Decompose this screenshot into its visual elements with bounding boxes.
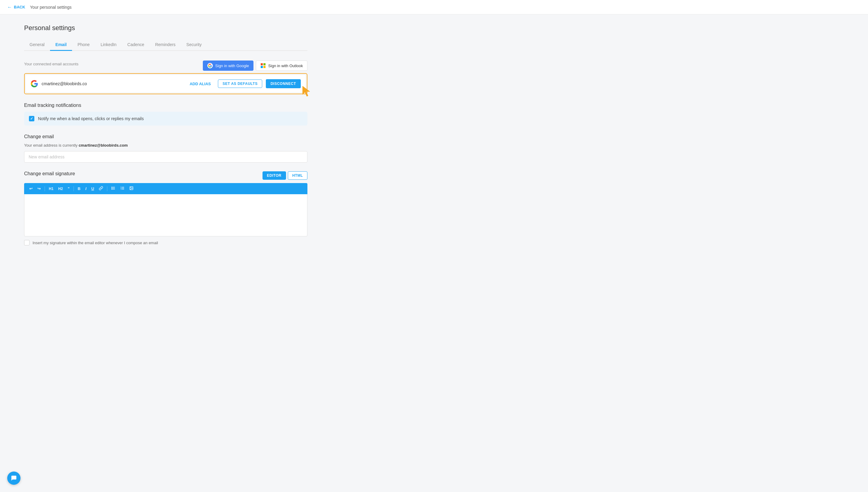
svg-rect-3 <box>263 66 265 68</box>
toolbar-sep-3 <box>107 187 107 191</box>
change-email-desc: Your email address is currently cmartine… <box>24 143 307 148</box>
tracking-section-title: Email tracking notifications <box>24 103 307 108</box>
back-link[interactable]: ← BACK <box>7 4 25 10</box>
set-defaults-button[interactable]: SET AS DEFAULTS <box>218 79 262 88</box>
orange-cursor <box>300 85 312 98</box>
undo-button[interactable]: ↩ <box>28 186 34 192</box>
svg-point-9 <box>112 188 112 189</box>
ordered-list-button[interactable]: 1 2 3 <box>119 186 126 192</box>
sign-in-google-label: Sign in with Google <box>215 64 249 68</box>
current-email: cmartinez@bloobirds.com <box>79 143 128 148</box>
tab-linkedin[interactable]: LinkedIn <box>95 39 122 51</box>
svg-marker-4 <box>303 86 310 96</box>
insert-signature-checkbox[interactable] <box>24 240 29 245</box>
svg-point-8 <box>112 187 112 188</box>
insert-signature-row: Insert my signature within the email edi… <box>24 240 307 245</box>
svg-rect-2 <box>261 66 263 68</box>
redo-button[interactable]: ↪ <box>36 186 42 192</box>
image-button[interactable] <box>128 186 135 192</box>
tab-phone[interactable]: Phone <box>72 39 95 51</box>
svg-point-10 <box>112 189 112 190</box>
html-toggle-button[interactable]: HTML <box>288 171 307 180</box>
tracking-checkbox[interactable] <box>29 116 34 121</box>
insert-signature-label: Insert my signature within the email edi… <box>32 241 158 245</box>
editor-toolbar: ↩ ↪ H1 H2 " B I U <box>24 183 307 194</box>
add-alias-button[interactable]: ADD ALIAS <box>186 80 214 88</box>
top-bar: ← BACK Your personal settings <box>0 0 868 15</box>
page-title-bar: Your personal settings <box>30 5 72 10</box>
h1-button[interactable]: H1 <box>47 186 55 192</box>
tab-email[interactable]: Email <box>50 39 72 51</box>
account-row-container: cmartinez@bloobirds.co ADD ALIAS SET AS … <box>24 73 307 94</box>
change-email-title: Change email <box>24 134 307 140</box>
svg-point-18 <box>131 187 131 188</box>
italic-button[interactable]: I <box>84 186 88 192</box>
account-email: cmartinez@bloobirds.co <box>42 81 182 86</box>
new-email-input[interactable] <box>24 151 307 163</box>
disconnect-button[interactable]: DISCONNECT <box>266 79 301 88</box>
back-label: BACK <box>14 5 25 9</box>
editor-body[interactable] <box>24 194 307 236</box>
sign-in-google-button[interactable]: Sign in with Google <box>203 60 254 71</box>
toolbar-sep-1 <box>45 187 45 191</box>
signature-toggle-buttons: EDITOR HTML <box>262 171 307 180</box>
signature-section-title: Change email signature <box>24 171 75 176</box>
connected-accounts-label: Your connected email accounts <box>24 62 78 66</box>
tab-general[interactable]: General <box>24 39 50 51</box>
notification-box: Notify me when a lead opens, clicks or r… <box>24 112 307 126</box>
underline-button[interactable]: U <box>90 186 96 192</box>
toolbar-sep-2 <box>73 187 74 191</box>
outlook-icon <box>260 63 266 68</box>
connected-accounts-header: Your connected email accounts Sign in wi… <box>24 60 307 71</box>
svg-rect-0 <box>261 63 263 65</box>
svg-text:3: 3 <box>121 189 121 190</box>
tabs-nav: General Email Phone LinkedIn Cadence Rem… <box>24 39 307 51</box>
sign-in-outlook-label: Sign in with Outlook <box>268 64 303 68</box>
google-g-icon <box>207 63 213 68</box>
blockquote-button[interactable]: " <box>66 186 71 192</box>
change-email-section: Change email Your email address is curre… <box>24 134 307 163</box>
signature-header: Change email signature EDITOR HTML <box>24 171 307 180</box>
account-google-icon <box>31 80 38 87</box>
link-button[interactable] <box>97 186 104 192</box>
svg-rect-1 <box>263 63 265 65</box>
editor-toggle-button[interactable]: EDITOR <box>262 171 286 180</box>
account-row: cmartinez@bloobirds.co ADD ALIAS SET AS … <box>26 75 306 93</box>
content-area: Personal settings General Email Phone Li… <box>0 15 331 264</box>
sign-in-buttons: Sign in with Google Sign in with Outlook <box>203 60 307 71</box>
bold-button[interactable]: B <box>76 186 82 192</box>
page-heading: Personal settings <box>24 24 307 32</box>
email-tracking-section: Email tracking notifications Notify me w… <box>24 103 307 126</box>
back-arrow-icon: ← <box>7 4 12 10</box>
tab-reminders[interactable]: Reminders <box>150 39 181 51</box>
h2-button[interactable]: H2 <box>57 186 64 192</box>
tracking-checkbox-label: Notify me when a lead opens, clicks or r… <box>38 116 144 121</box>
connected-accounts-section: Your connected email accounts Sign in wi… <box>24 60 307 94</box>
tab-security[interactable]: Security <box>181 39 207 51</box>
signature-section: Change email signature EDITOR HTML ↩ ↪ H… <box>24 171 307 245</box>
tab-cadence[interactable]: Cadence <box>122 39 150 51</box>
sign-in-outlook-button[interactable]: Sign in with Outlook <box>256 60 307 71</box>
unordered-list-button[interactable] <box>110 186 117 192</box>
